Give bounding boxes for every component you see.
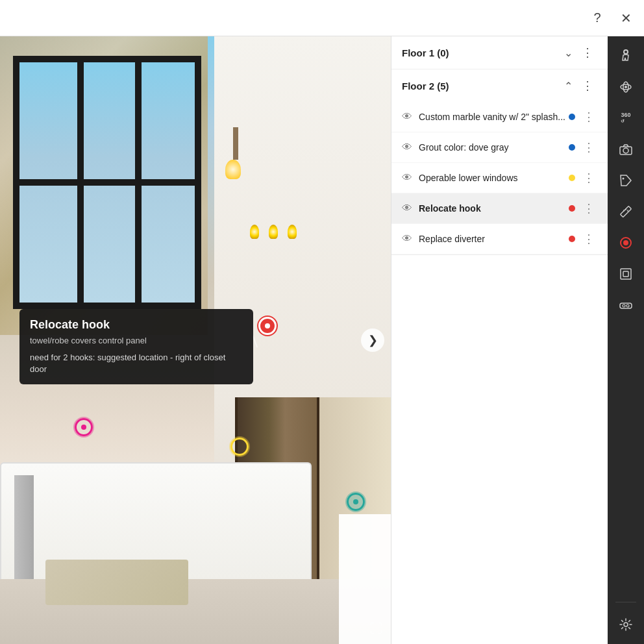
floor2-item-list: 👁 Custom marble vanity w/ 2" splash... ⋮… (391, 102, 608, 254)
nav-arrow-right[interactable]: ❯ (361, 328, 384, 352)
floor1-menu-icon[interactable]: ⋮ (578, 44, 597, 61)
popup-title: Relocate hook (30, 318, 243, 332)
window-h-bar (19, 179, 195, 186)
ruler-icon[interactable] (612, 197, 640, 226)
item-custom-marble[interactable]: 👁 Custom marble vanity w/ 2" splash... ⋮ (391, 102, 608, 132)
item-label-4: Relocate hook (419, 203, 569, 214)
sidebar-divider (615, 602, 636, 602)
item-label-2: Grout color: dove gray (419, 142, 569, 153)
marker-pink[interactable] (75, 418, 93, 436)
marker-relocate-hook[interactable] (258, 317, 277, 335)
faucet (14, 475, 34, 579)
item-label-3: Operable lower windows (419, 173, 569, 183)
popup-description: need for 2 hooks: suggested location - r… (30, 352, 243, 375)
floor2-menu-icon[interactable]: ⋮ (578, 77, 597, 94)
ceiling-lights (250, 225, 297, 239)
tag-icon[interactable] (612, 166, 640, 195)
svg-point-5 (623, 148, 628, 153)
vr-icon[interactable] (612, 291, 640, 319)
floor2-section: Floor 2 (5) ⌃ ⋮ 👁 Custom marble vanity w… (391, 69, 608, 255)
status-dot-2 (569, 144, 575, 151)
item-menu-3[interactable]: ⋮ (580, 169, 597, 186)
svg-point-3 (625, 86, 627, 88)
eye-icon-3[interactable]: 👁 (402, 172, 412, 184)
walk-icon[interactable] (612, 42, 640, 70)
eye-icon-2[interactable]: 👁 (402, 142, 412, 153)
wall-sconce (230, 127, 241, 179)
settings-icon[interactable] (612, 610, 640, 639)
white-overlay (339, 514, 391, 644)
svg-point-0 (624, 50, 628, 54)
item-menu-1[interactable]: ⋮ (580, 108, 597, 125)
window (13, 56, 201, 309)
status-dot-3 (569, 175, 575, 181)
orbit-icon[interactable] (612, 73, 640, 101)
floor-mat (45, 560, 188, 605)
item-operable-windows[interactable]: 👁 Operable lower windows ⋮ (391, 163, 608, 193)
svg-rect-7 (621, 206, 632, 217)
item-label-5: Replace diverter (419, 234, 569, 244)
svg-rect-14 (623, 271, 628, 277)
eye-icon-1[interactable]: 👁 (402, 111, 412, 123)
svg-rect-15 (620, 303, 632, 308)
sidebar: 360↺ (608, 36, 644, 644)
close-button[interactable]: ✕ (613, 5, 639, 31)
marker-yellow[interactable] (230, 438, 249, 456)
help-button[interactable]: ? (584, 5, 610, 31)
floor2-title: Floor 2 (5) (402, 80, 564, 92)
360-icon[interactable]: 360↺ (612, 104, 640, 132)
svg-rect-13 (621, 269, 631, 279)
status-dot-1 (569, 114, 575, 120)
svg-point-18 (624, 623, 628, 626)
panorama-viewer: Relocate hook towel/robe covers control … (0, 36, 391, 644)
svg-point-16 (623, 304, 625, 307)
eye-icon-4[interactable]: 👁 (402, 203, 412, 214)
svg-point-12 (623, 240, 628, 245)
floor1-header[interactable]: Floor 1 (0) ⌄ ⋮ (391, 36, 608, 69)
item-label-1: Custom marble vanity w/ 2" splash... (419, 112, 569, 122)
item-replace-diverter[interactable]: 👁 Replace diverter ⋮ (391, 224, 608, 254)
item-menu-5[interactable]: ⋮ (580, 230, 597, 247)
eye-icon-5[interactable]: 👁 (402, 233, 412, 245)
fullscreen-button[interactable]: ⛶ (370, 621, 383, 636)
popup-subtitle: towel/robe covers control panel (30, 336, 243, 345)
right-panel: Floor 1 (0) ⌄ ⋮ Floor 2 (5) ⌃ ⋮ 👁 Custom… (391, 36, 608, 644)
floor1-title: Floor 1 (0) (402, 47, 564, 58)
window-v-bar2 (135, 62, 142, 303)
window-v-bar1 (77, 62, 84, 303)
floor1-section: Floor 1 (0) ⌄ ⋮ (391, 36, 608, 69)
chevron-down-icon: ⌄ (564, 47, 573, 59)
svg-point-6 (623, 178, 625, 180)
record-icon[interactable] (612, 229, 640, 257)
status-dot-4 (569, 205, 575, 212)
chevron-up-icon: ⌃ (564, 80, 573, 92)
camera-icon[interactable] (612, 135, 640, 164)
marker-teal[interactable] (347, 493, 365, 511)
frame-icon[interactable] (612, 260, 640, 288)
item-grout-color[interactable]: 👁 Grout color: dove gray ⋮ (391, 132, 608, 163)
item-menu-4[interactable]: ⋮ (580, 200, 597, 217)
status-dot-5 (569, 236, 575, 242)
svg-point-17 (626, 304, 629, 307)
annotation-popup: Relocate hook towel/robe covers control … (19, 309, 253, 384)
floor2-header[interactable]: Floor 2 (5) ⌃ ⋮ (391, 69, 608, 102)
item-relocate-hook[interactable]: 👁 Relocate hook ⋮ (391, 193, 608, 224)
item-menu-2[interactable]: ⋮ (580, 139, 597, 156)
